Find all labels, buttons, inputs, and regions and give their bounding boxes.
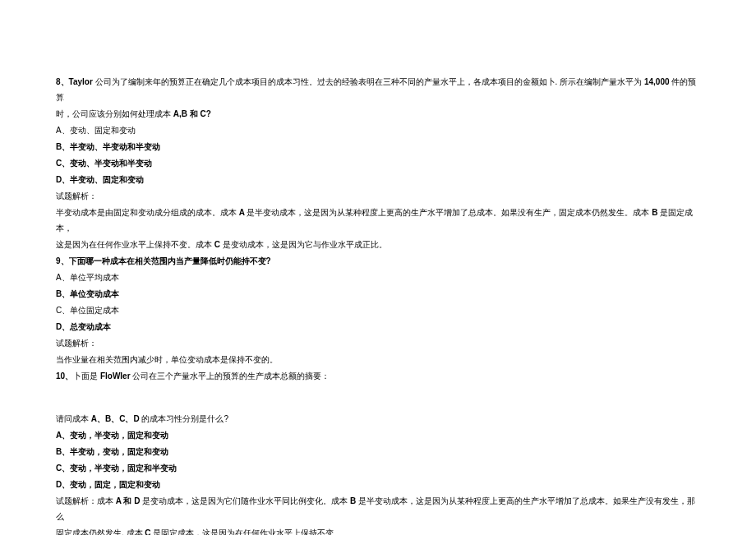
q8-line2-prefix: 时，公司应该分别如何处理成本 [56, 109, 173, 118]
q9-option-d: D、总变动成本 [56, 319, 700, 334]
q8-line2-bold: A,B 和 C? [173, 109, 211, 118]
q10-option-d: D、变动，固定，固定和变动 [56, 477, 700, 492]
q10-number: 10、 [56, 371, 73, 380]
q10-question: 请问成本 A、B、C、D 的成本习性分别是什么? [56, 411, 700, 427]
q8-number: 8、Taylor [56, 77, 95, 86]
q9-header: 9、下面哪一种成本在相关范围内当产量降低时仍能持不变? [56, 253, 700, 269]
q8-option-a: A、变动、固定和变动 [56, 122, 700, 138]
q8-option-d: D、半变动、固定和变动 [56, 172, 700, 187]
q8-header-line1: 8、Taylor 公司为了编制来年的预算正在确定几个成本项目的成本习性。过去的经… [56, 74, 700, 105]
q8-analysis-line2: 这是因为在任何作业水平上保持不变。成本 C 是变动成本，这是因为它与作业水平成正… [56, 237, 700, 252]
q9-analysis-label: 试题解析： [56, 335, 700, 351]
q8-option-c: C、变动、半变动和半变动 [56, 155, 700, 171]
q10-analysis-line1: 试题解析：成本 A 和 D 是变动成本，这是因为它们随作业水平同比例变化。成本 … [56, 493, 700, 524]
q8-analysis-label: 试题解析： [56, 188, 700, 204]
q10-analysis-line2: 固定成本仍然发生. 成本 C 是固定成本，这是因为在任何作业水平上保持不变。 [56, 525, 700, 535]
q9-option-b: B、单位变动成本 [56, 286, 700, 302]
q10-option-c: C、变动，半变动，固定和半变动 [56, 460, 700, 476]
q10-header: 10、卜面是 FloWIer 公司在三个产量水平上的预算的生产成本总额的摘要： [56, 368, 700, 384]
q8-num: 14,000 [644, 77, 671, 86]
q8-text1: 公司为了编制来年的预算正在确定几个成本项目的成本习性。过去的经验表明在三种不同的… [95, 77, 644, 86]
q8-header-line2: 时，公司应该分别如何处理成本 A,B 和 C? [56, 106, 700, 122]
q9-analysis-text: 当作业量在相关范围内减少时，单位变动成本是保持不变的。 [56, 352, 700, 367]
q9-option-a: A、单位平均成本 [56, 270, 700, 285]
q8-option-b: B、半变动、半变动和半变动 [56, 139, 700, 155]
q10-option-b: B、半变动，变动，固定和变动 [56, 444, 700, 459]
q9-option-c: C、单位固定成本 [56, 302, 700, 318]
q8-analysis-line1: 半变动成本是由固定和变动成分组成的成本。成本 A 是半变动成本，这是因为从某种程… [56, 205, 700, 236]
q10-option-a: A、变动，半变动，固定和变动 [56, 427, 700, 443]
